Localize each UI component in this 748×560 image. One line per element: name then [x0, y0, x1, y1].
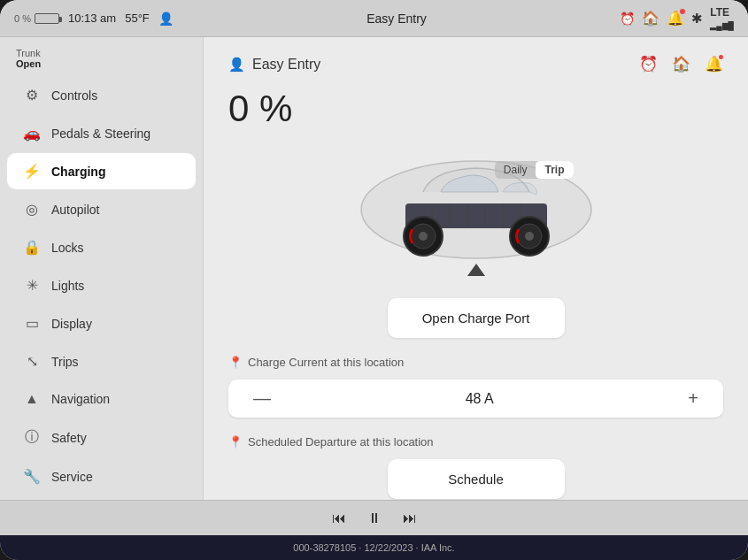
tab-trip[interactable]: Trip — [536, 161, 573, 179]
main-content: Trunk Open ⚙ Controls 🚗 Pedals & Steerin… — [0, 37, 748, 500]
sidebar-label-display: Display — [51, 317, 92, 331]
trunk-status: Open — [16, 58, 187, 69]
sidebar-label-locks: Locks — [51, 241, 84, 255]
car-visualization: Daily Trip — [228, 139, 723, 280]
sidebar-item-safety[interactable]: ⓘ Safety — [7, 418, 196, 456]
sidebar-item-pedals[interactable]: 🚗 Pedals & Steering — [7, 115, 196, 151]
sidebar-item-autopilot[interactable]: ◎ Autopilot — [7, 191, 196, 227]
navigation-icon: ▲ — [23, 391, 41, 407]
alarm-panel-icon[interactable]: ⏰ — [639, 55, 658, 73]
pedals-icon: 🚗 — [23, 125, 41, 142]
panel-header: 👤 Easy Entry ⏰ 🏠 🔔 — [228, 55, 723, 73]
status-bar-title: Easy Entry — [184, 12, 609, 26]
bell-panel-icon[interactable]: 🔔 — [705, 55, 723, 73]
bell-notification-dot — [680, 9, 685, 14]
status-bar-left: 0 % 10:13 am 55°F 👤 — [14, 12, 174, 26]
battery-percent: 0 % — [14, 13, 31, 24]
sidebar-item-service[interactable]: 🔧 Service — [7, 458, 196, 495]
charging-icon: ⚡ — [23, 163, 41, 180]
sidebar-label-lights: Lights — [51, 279, 84, 293]
sidebar-label-charging: Charging — [51, 165, 105, 179]
alarm-icon-wrapper: ⏰ — [620, 12, 635, 26]
prev-button[interactable]: ⏮ — [332, 510, 346, 526]
sidebar-label-navigation: Navigation — [51, 392, 110, 406]
open-charge-port-button[interactable]: Open Charge Port — [388, 298, 565, 338]
lights-icon: ✳ — [23, 277, 41, 294]
content-panel: 👤 Easy Entry ⏰ 🏠 🔔 0 % — [204, 37, 748, 500]
bell-icon-wrapper: 🔔 — [667, 10, 684, 27]
sidebar: Trunk Open ⚙ Controls 🚗 Pedals & Steerin… — [0, 37, 204, 500]
safety-icon: ⓘ — [23, 428, 41, 447]
sidebar-item-trips[interactable]: ⤡ Trips — [7, 343, 196, 380]
scheduled-departure-label: 📍 Scheduled Departure at this location — [228, 435, 723, 449]
charge-current-label: 📍 Charge Current at this location — [228, 356, 723, 369]
charge-current-text: Charge Current at this location — [248, 356, 404, 369]
sidebar-item-controls[interactable]: ⚙ Controls — [7, 77, 196, 113]
panel-title-text: Easy Entry — [252, 57, 320, 73]
status-bar: 0 % 10:13 am 55°F 👤 Easy Entry ⏰ 🏠 🔔 ✱ L… — [0, 0, 748, 37]
next-button[interactable]: ⏭ — [403, 510, 417, 526]
locks-icon: 🔒 — [23, 239, 41, 256]
signal-strength: LTE▂▄▆█ — [710, 6, 734, 31]
person-icon: 👤 — [228, 57, 245, 73]
trunk-info: Trunk Open — [0, 44, 203, 76]
current-control: — 48 A + — [228, 380, 723, 418]
time-display: 10:13 am — [68, 12, 116, 25]
bluetooth-icon: ✱ — [691, 11, 703, 27]
charge-arrow — [467, 264, 485, 276]
scheduled-departure-text: Scheduled Departure at this location — [248, 435, 434, 449]
charge-percent: 0 % — [228, 88, 723, 130]
sidebar-item-charging[interactable]: ⚡ Charging — [7, 153, 196, 189]
pause-button[interactable]: ⏸ — [367, 510, 382, 526]
sidebar-item-navigation[interactable]: ▲ Navigation — [7, 381, 196, 417]
sidebar-label-controls: Controls — [51, 88, 97, 103]
watermark-text: 000-38278105 · 12/22/2023 · IAA Inc. — [293, 542, 454, 553]
sidebar-item-display[interactable]: ▭ Display — [7, 305, 196, 341]
decrease-current-button[interactable]: — — [246, 388, 278, 409]
watermark: 000-38278105 · 12/22/2023 · IAA Inc. — [0, 535, 748, 560]
charge-tabs: Daily Trip — [495, 161, 574, 179]
panel-title: 👤 Easy Entry — [228, 57, 320, 73]
svg-point-13 — [525, 232, 534, 241]
car-viz-container: Daily Trip — [352, 143, 600, 276]
pin-icon-2: 📍 — [228, 435, 243, 449]
schedule-button[interactable]: Schedule — [388, 459, 565, 499]
svg-point-10 — [419, 232, 428, 241]
trunk-label: Trunk — [16, 48, 187, 58]
sidebar-label-autopilot: Autopilot — [51, 203, 99, 217]
driver-icon: 👤 — [158, 12, 174, 26]
sidebar-item-locks[interactable]: 🔒 Locks — [7, 229, 196, 265]
pin-icon: 📍 — [228, 356, 243, 369]
sidebar-item-lights[interactable]: ✳ Lights — [7, 267, 196, 303]
controls-icon: ⚙ — [23, 87, 41, 104]
home-panel-icon[interactable]: 🏠 — [672, 55, 690, 73]
home-icon: 🏠 — [642, 10, 659, 27]
battery-indicator: 0 % — [14, 13, 59, 24]
sidebar-label-pedals: Pedals & Steering — [51, 127, 150, 141]
temp-display: 55°F — [125, 12, 150, 25]
current-value: 48 A — [278, 391, 681, 407]
trips-icon: ⤡ — [23, 353, 41, 370]
service-icon: 🔧 — [23, 468, 41, 485]
status-icons: ⏰ 🏠 🔔 ✱ LTE▂▄▆█ — [620, 6, 734, 31]
playback-controls: ⏮ ⏸ ⏭ — [0, 500, 748, 535]
battery-bar — [35, 13, 59, 24]
alarm-icon: ⏰ — [620, 12, 635, 26]
panel-header-icons: ⏰ 🏠 🔔 — [639, 55, 723, 73]
sidebar-label-trips: Trips — [51, 355, 79, 369]
sidebar-label-service: Service — [51, 470, 93, 484]
autopilot-icon: ◎ — [23, 201, 41, 218]
sidebar-label-safety: Safety — [51, 431, 87, 445]
display-icon: ▭ — [23, 315, 41, 332]
bell-panel-dot — [719, 55, 723, 59]
increase-current-button[interactable]: + — [681, 388, 706, 409]
tab-daily[interactable]: Daily — [495, 161, 536, 179]
